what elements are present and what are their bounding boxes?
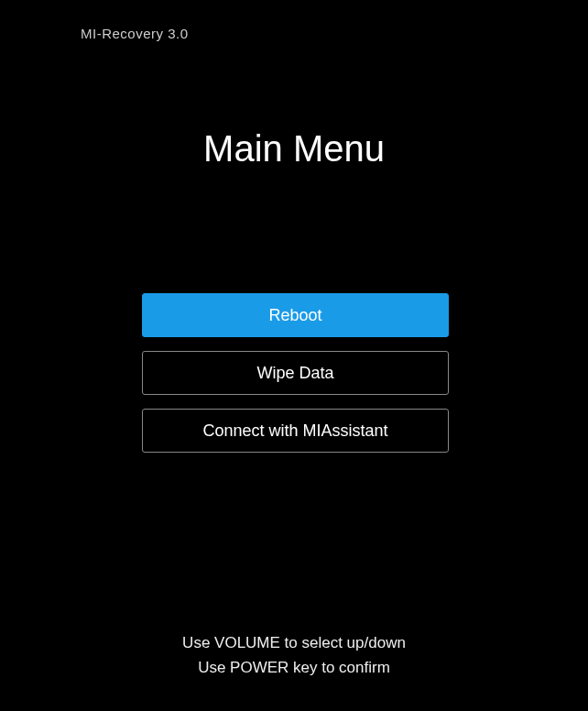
- footer-line-power: Use POWER key to confirm: [0, 655, 588, 680]
- recovery-version: MI-Recovery 3.0: [81, 26, 189, 41]
- menu-item-reboot[interactable]: Reboot: [142, 293, 449, 337]
- page-title: Main Menu: [0, 128, 588, 170]
- menu-item-wipe-data[interactable]: Wipe Data: [142, 351, 449, 395]
- footer-line-volume: Use VOLUME to select up/down: [0, 630, 588, 655]
- footer-instructions: Use VOLUME to select up/down Use POWER k…: [0, 630, 588, 680]
- main-menu: Reboot Wipe Data Connect with MIAssistan…: [142, 293, 449, 453]
- menu-item-miassistant[interactable]: Connect with MIAssistant: [142, 409, 449, 453]
